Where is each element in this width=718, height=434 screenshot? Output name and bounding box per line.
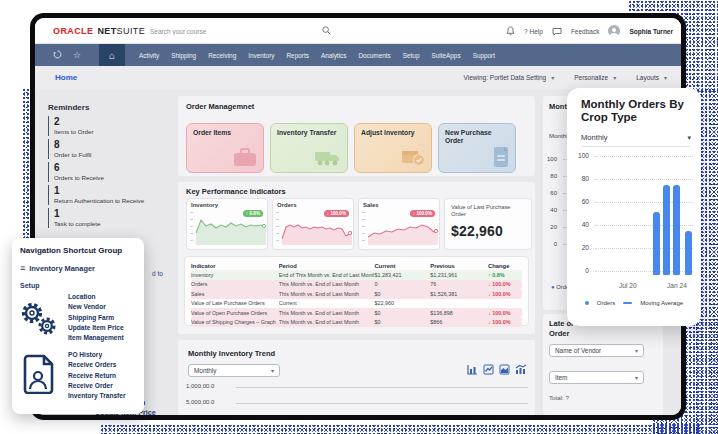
chart-bar: [673, 185, 680, 275]
home-tab[interactable]: ⌂: [99, 44, 125, 66]
x-tick: Jul 20: [619, 282, 637, 289]
monthly-trend-title: Monthly Inventory Trend: [188, 349, 275, 358]
breadcrumb[interactable]: Home: [55, 73, 77, 82]
chevron-down-icon: ▾: [664, 75, 667, 81]
gridline: [595, 179, 693, 180]
chevron-down-icon: ▾: [687, 134, 691, 142]
popup-setup-label[interactable]: Setup: [20, 282, 136, 289]
reminder-return-authentication[interactable]: 1Return Authentication to Receive: [48, 185, 173, 205]
decor-noise-bottom: [100, 424, 700, 434]
link-update-item-price[interactable]: Update Item Price: [68, 323, 142, 333]
setup-links: Location New Vendor Shipping Farm Update…: [68, 292, 142, 343]
oracle-netsuite-logo: ORACLENETSUITE: [53, 26, 145, 36]
link-shipping-farm[interactable]: Shipping Farm: [68, 313, 142, 323]
link-inventory-transfer[interactable]: Inventory Transfer: [68, 391, 142, 401]
vendor-select[interactable]: Name of Vendor▾: [549, 344, 644, 357]
legend-dot: [585, 301, 589, 305]
total-label: Total: ?: [549, 394, 569, 401]
table-row: Value of Open Purchase OrdersThis Month …: [191, 308, 522, 317]
user-name[interactable]: Sophia Turner: [629, 28, 673, 35]
link-receive-orders[interactable]: Receive Orders: [68, 360, 142, 370]
late-order-portlet: Late or P Order Name of Vendor▾ Item▾ To…: [543, 314, 663, 415]
line-chart-icon[interactable]: [483, 364, 494, 375]
gears-icon: [16, 298, 62, 340]
chart-title: Monthly Orders By Crop Type: [581, 98, 693, 124]
notification-icon[interactable]: [506, 26, 515, 36]
value-amount: $22,960: [451, 223, 525, 239]
personalize-dropdown[interactable]: Personalize▾: [574, 74, 616, 81]
monthly-trend-panel: Monthly Inventory Trend Monthly▾ 1,000,0…: [178, 340, 535, 415]
search-icon[interactable]: [322, 26, 331, 35]
y-tick: 60: [571, 198, 589, 205]
adjust-inventory-card[interactable]: Adjust Inventory: [354, 123, 432, 173]
tab-shipping[interactable]: Shipping: [171, 52, 196, 59]
reminder-orders-to-receive[interactable]: 6Orders to Receive: [48, 162, 173, 182]
popup-title: Navigation Shortcut Group: [20, 246, 136, 255]
link-new-vendor[interactable]: New Vendor: [68, 302, 142, 312]
feedback-icon[interactable]: [552, 27, 562, 36]
inventory-sparkline: [196, 215, 266, 245]
sales-sparkline: [368, 215, 438, 245]
star-icon[interactable]: ☆: [67, 50, 87, 60]
y-tick: 100: [571, 152, 589, 159]
link-po-history[interactable]: PO History: [68, 350, 142, 360]
receiving-links: PO History Receive Orders Receive Return…: [68, 350, 142, 401]
trend-period-select[interactable]: Monthly▾: [188, 364, 280, 377]
tab-receiving[interactable]: Receiving: [208, 52, 236, 59]
legend-orders: Orders: [597, 300, 615, 306]
layouts-dropdown[interactable]: Layouts▾: [636, 74, 667, 81]
viewing-dropdown[interactable]: Viewing: Portlet Data Setting▾: [464, 74, 555, 81]
breadcrumb-bar: Home Viewing: Portlet Data Setting▾ Pers…: [35, 66, 681, 89]
tab-analytics[interactable]: Analytics: [321, 52, 347, 59]
area-chart-icon[interactable]: [499, 364, 510, 375]
tab-support[interactable]: Support: [473, 52, 495, 59]
link-receive-order[interactable]: Receive Order: [68, 381, 142, 391]
link-item-management[interactable]: Item Management: [68, 333, 142, 343]
box-check-icon: [400, 146, 426, 168]
table-row: OrdersThis Month vs. End of Last Month07…: [191, 280, 522, 289]
chart-type-toolbar: [467, 364, 527, 375]
link-location[interactable]: Location: [68, 292, 142, 302]
reminder-items-to-order[interactable]: 2Items to Order: [48, 116, 173, 136]
inventory-transfer-card[interactable]: Inventory Transfer: [270, 123, 348, 173]
legend-line: [623, 302, 632, 304]
reminder-task-to-complete[interactable]: 1Task to complete: [48, 208, 173, 228]
tab-suiteapps[interactable]: SuiteApps: [431, 52, 460, 59]
help-link[interactable]: ? Help: [524, 28, 543, 35]
kpi-table-header: IndicatorPeriodCurrentPreviousChange: [191, 261, 522, 270]
chevron-down-icon: ▾: [613, 75, 616, 81]
reminders-title: Reminders: [48, 103, 89, 112]
tab-documents[interactable]: Documents: [358, 52, 390, 59]
legend-moving-average: Moving Average: [640, 300, 683, 306]
reminder-order-to-fulfil[interactable]: 8Order to Fulfil: [48, 139, 173, 159]
table-row: Value of Shipping Charges – GraphThis Mo…: [191, 317, 522, 326]
kpi-mini-orders: Orders ↓ 100.0%: [272, 198, 354, 250]
item-select[interactable]: Item▾: [549, 371, 644, 384]
table-row: Value of Late Purchase OrdersCurrent$22,…: [191, 299, 522, 308]
avatar[interactable]: [608, 25, 620, 37]
order-items-card[interactable]: Order Items: [186, 123, 264, 173]
history-icon[interactable]: [47, 50, 67, 61]
truck-icon: [314, 148, 342, 168]
inventory-manager-item[interactable]: ≡ Inventory Manager: [20, 263, 136, 273]
y-tick: 40: [571, 221, 589, 228]
tab-inventory[interactable]: Inventory: [248, 52, 274, 59]
bar-chart-icon[interactable]: [467, 364, 478, 375]
chart-period-select[interactable]: Monthly▾: [581, 133, 691, 147]
y-tick: 80: [543, 173, 557, 179]
feedback-link[interactable]: Feedback: [571, 28, 600, 35]
tab-setup[interactable]: Setup: [403, 52, 420, 59]
chevron-down-icon: ▾: [635, 374, 638, 381]
table-row: InventoryEnd of This Month vs. End of La…: [191, 270, 522, 279]
late-order-title-2: Order: [549, 329, 569, 338]
new-purchase-order-card[interactable]: New Purchase Order: [438, 123, 516, 173]
topbar: ORACLENETSUITE ? Help Feedback Sophia Tu…: [35, 18, 681, 44]
axis-ticks: [276, 212, 279, 241]
kpi-mini-sales: Sales ↓ 100.0%: [358, 198, 440, 250]
tab-activity[interactable]: Activity: [139, 52, 159, 59]
mixed-chart-icon[interactable]: [515, 364, 527, 375]
tab-reports[interactable]: Reports: [286, 52, 308, 59]
receipt-icon: [492, 146, 510, 168]
link-receive-return[interactable]: Receive Return: [68, 371, 142, 381]
search-input[interactable]: [150, 23, 380, 39]
